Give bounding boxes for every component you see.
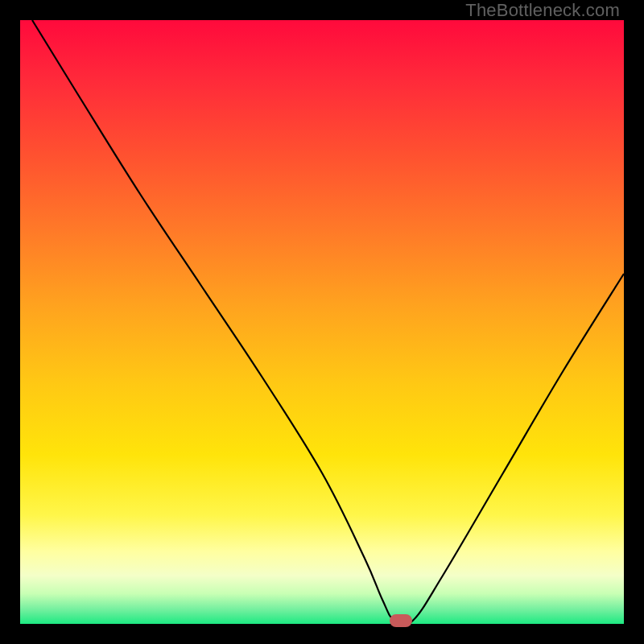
- plot-area: [20, 20, 624, 624]
- chart-canvas: [20, 20, 624, 624]
- watermark-text: TheBottleneck.com: [465, 0, 620, 21]
- chart-background: [20, 20, 624, 624]
- optimal-point-marker: [390, 614, 412, 627]
